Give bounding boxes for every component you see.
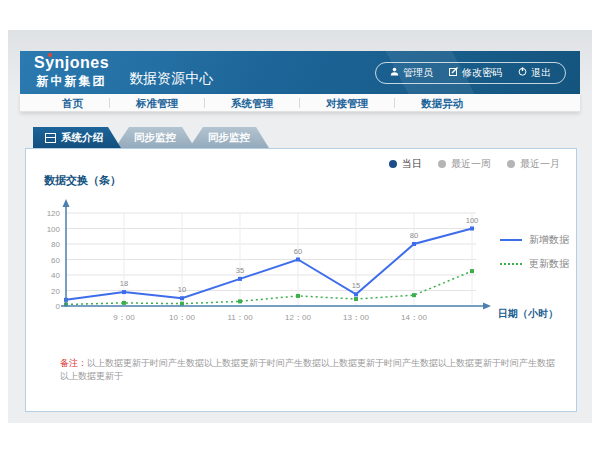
user-menu-label: 退出 [531, 66, 551, 80]
grid-icon [45, 133, 56, 143]
svg-text:18: 18 [120, 279, 128, 288]
page-background: Synjones 新中新集团 数据资源中心 管理员 修改密码 [0, 0, 600, 450]
radio-label: 最近一月 [520, 157, 560, 171]
nav-item-standard-mgmt[interactable]: 标准管理 [110, 94, 204, 112]
svg-text:60: 60 [51, 256, 60, 265]
svg-text:100: 100 [466, 216, 479, 225]
user-menu-change-password[interactable]: 修改密码 [449, 66, 502, 80]
logo-text: Synjones [34, 55, 109, 71]
nav-item-interface-mgmt[interactable]: 对接管理 [300, 94, 394, 112]
green-dotted-line-icon [500, 263, 522, 265]
radio-label: 最近一周 [451, 157, 491, 171]
legend-label: 新增数据 [529, 233, 569, 247]
user-menu-label: 修改密码 [462, 66, 502, 80]
blue-line-icon [500, 239, 522, 241]
tab-bar: 系统介绍 同步监控 同步监控 [33, 127, 269, 148]
svg-text:40: 40 [51, 271, 60, 280]
logo-subtext: 新中新集团 [34, 73, 109, 90]
legend-label: 更新数据 [529, 257, 569, 271]
edit-icon [449, 67, 458, 78]
tab-label: 系统介绍 [61, 127, 103, 148]
svg-text:35: 35 [236, 266, 244, 275]
nav-item-data-change[interactable]: 数据异动 [395, 94, 489, 112]
user-icon [390, 67, 399, 78]
svg-text:20: 20 [51, 287, 60, 296]
svg-text:10：00: 10：00 [169, 313, 195, 322]
line-chart: 0204060801001209：0010：0011：0012：0013：001… [26, 196, 496, 336]
tab-sync-monitor-2[interactable]: 同步监控 [189, 127, 269, 148]
svg-text:10: 10 [178, 285, 186, 294]
svg-text:80: 80 [51, 240, 60, 249]
radio-last-month[interactable]: 最近一月 [507, 157, 560, 171]
radio-dot-icon [438, 160, 446, 168]
app-header: Synjones 新中新集团 数据资源中心 管理员 修改密码 [20, 51, 580, 94]
svg-text:13：00: 13：00 [343, 313, 369, 322]
page-title: 数据资源中心 [129, 70, 213, 88]
nav-item-home[interactable]: 首页 [36, 94, 109, 112]
svg-text:100: 100 [47, 225, 61, 234]
user-menu-admin[interactable]: 管理员 [390, 66, 433, 80]
time-range-filter: 当日 最近一周 最近一月 [389, 157, 560, 171]
radio-today[interactable]: 当日 [389, 157, 422, 171]
chart-x-axis-title: 日期（小时） [498, 307, 558, 321]
content-panel: 当日 最近一周 最近一月 数据交换（条） 日期（小时） 020406080100… [25, 148, 577, 412]
svg-text:14：00: 14：00 [401, 313, 427, 322]
tab-system-intro[interactable]: 系统介绍 [33, 127, 121, 148]
main-nav: 首页 标准管理 系统管理 对接管理 数据异动 [20, 94, 580, 112]
chart-y-axis-title: 数据交换（条） [44, 173, 121, 188]
svg-text:11：00: 11：00 [227, 313, 253, 322]
user-menu-label: 管理员 [403, 66, 433, 80]
logo-accent-dot-icon [48, 53, 52, 57]
company-logo: Synjones 新中新集团 [34, 55, 109, 90]
radio-label: 当日 [402, 157, 422, 171]
svg-text:12：00: 12：00 [285, 313, 311, 322]
svg-text:80: 80 [410, 231, 418, 240]
logout-icon [518, 67, 527, 78]
footnote: 备注：以上数据更新于时间产生数据以上数据更新于时间产生数据以上数据更新于时间产生… [60, 357, 560, 382]
svg-text:60: 60 [294, 247, 302, 256]
legend-item-new-data[interactable]: 新增数据 [500, 233, 569, 247]
user-menu: 管理员 修改密码 退出 [375, 62, 566, 84]
radio-dot-icon [389, 160, 397, 168]
svg-text:0: 0 [56, 302, 61, 311]
svg-text:9：00: 9：00 [113, 313, 135, 322]
footnote-prefix: 备注： [60, 358, 87, 368]
user-menu-logout[interactable]: 退出 [518, 66, 551, 80]
chart-legend: 新增数据 更新数据 [500, 233, 569, 281]
radio-last-week[interactable]: 最近一周 [438, 157, 491, 171]
radio-dot-icon [507, 160, 515, 168]
nav-item-system-mgmt[interactable]: 系统管理 [205, 94, 299, 112]
tab-sync-monitor-1[interactable]: 同步监控 [115, 127, 195, 148]
footnote-text: 以上数据更新于时间产生数据以上数据更新于时间产生数据以上数据更新于时间产生数据以… [60, 358, 555, 381]
svg-text:15: 15 [352, 281, 360, 290]
legend-item-updated-data[interactable]: 更新数据 [500, 257, 569, 271]
svg-text:120: 120 [47, 209, 61, 218]
